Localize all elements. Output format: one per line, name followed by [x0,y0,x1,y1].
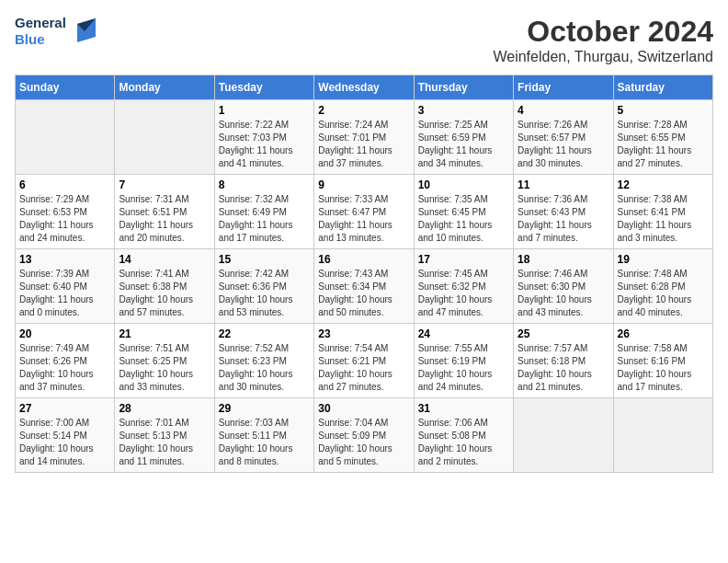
day-number: 13 [19,253,110,266]
day-number: 16 [318,253,409,266]
day-number: 24 [418,327,509,340]
day-detail: Sunrise: 7:29 AM Sunset: 6:53 PM Dayligh… [19,193,110,245]
month-title: October 2024 [493,15,713,49]
day-detail: Sunrise: 7:04 AM Sunset: 5:09 PM Dayligh… [318,417,409,468]
day-detail: Sunrise: 7:39 AM Sunset: 6:40 PM Dayligh… [19,268,110,319]
week-row-3: 13Sunrise: 7:39 AM Sunset: 6:40 PM Dayli… [16,249,713,324]
week-row-4: 20Sunrise: 7:49 AM Sunset: 6:26 PM Dayli… [16,324,713,398]
weekday-tuesday: Tuesday [214,75,313,100]
title-area: October 2024 Weinfelden, Thurgau, Switze… [493,15,713,65]
calendar-table: SundayMondayTuesdayWednesdayThursdayFrid… [15,75,713,473]
day-detail: Sunrise: 7:54 AM Sunset: 6:21 PM Dayligh… [318,342,409,394]
day-cell: 7Sunrise: 7:31 AM Sunset: 6:51 PM Daylig… [115,175,214,249]
day-cell: 17Sunrise: 7:45 AM Sunset: 6:32 PM Dayli… [414,249,513,324]
day-cell: 28Sunrise: 7:01 AM Sunset: 5:13 PM Dayli… [115,398,214,473]
weekday-monday: Monday [115,75,214,100]
day-number: 30 [318,402,409,415]
calendar-body: 1Sunrise: 7:22 AM Sunset: 7:03 PM Daylig… [16,100,713,473]
day-number: 15 [219,253,310,266]
day-detail: Sunrise: 7:06 AM Sunset: 5:08 PM Dayligh… [418,417,509,468]
day-cell: 8Sunrise: 7:32 AM Sunset: 6:49 PM Daylig… [214,175,313,249]
week-row-2: 6Sunrise: 7:29 AM Sunset: 6:53 PM Daylig… [16,175,713,249]
day-number: 1 [219,104,310,117]
day-detail: Sunrise: 7:22 AM Sunset: 7:03 PM Dayligh… [219,119,310,170]
day-number: 20 [19,327,110,340]
day-number: 4 [518,104,609,117]
day-detail: Sunrise: 7:01 AM Sunset: 5:13 PM Dayligh… [119,417,210,468]
logo-general: General [15,15,66,31]
day-cell: 2Sunrise: 7:24 AM Sunset: 7:01 PM Daylig… [314,100,414,175]
day-cell: 22Sunrise: 7:52 AM Sunset: 6:23 PM Dayli… [214,324,313,398]
day-cell: 5Sunrise: 7:28 AM Sunset: 6:55 PM Daylig… [613,100,712,175]
day-number: 2 [318,104,409,117]
location: Weinfelden, Thurgau, Switzerland [493,49,713,65]
day-cell: 1Sunrise: 7:22 AM Sunset: 7:03 PM Daylig… [214,100,313,175]
day-number: 22 [219,327,310,340]
week-row-5: 27Sunrise: 7:00 AM Sunset: 5:14 PM Dayli… [16,398,713,473]
day-number: 5 [618,104,709,117]
day-detail: Sunrise: 7:46 AM Sunset: 6:30 PM Dayligh… [518,268,609,319]
day-detail: Sunrise: 7:52 AM Sunset: 6:23 PM Dayligh… [219,342,310,394]
day-detail: Sunrise: 7:42 AM Sunset: 6:36 PM Dayligh… [219,268,310,319]
day-detail: Sunrise: 7:43 AM Sunset: 6:34 PM Dayligh… [318,268,409,319]
day-cell: 10Sunrise: 7:35 AM Sunset: 6:45 PM Dayli… [414,175,513,249]
day-number: 6 [19,178,110,191]
day-cell: 30Sunrise: 7:04 AM Sunset: 5:09 PM Dayli… [314,398,414,473]
day-detail: Sunrise: 7:35 AM Sunset: 6:45 PM Dayligh… [418,193,509,245]
day-number: 12 [618,178,709,191]
day-detail: Sunrise: 7:45 AM Sunset: 6:32 PM Dayligh… [418,268,509,319]
day-cell: 13Sunrise: 7:39 AM Sunset: 6:40 PM Dayli… [16,249,115,324]
day-number: 7 [119,178,210,191]
weekday-friday: Friday [514,75,613,100]
day-cell: 4Sunrise: 7:26 AM Sunset: 6:57 PM Daylig… [514,100,613,175]
day-number: 25 [518,327,609,340]
logo-icon [70,17,99,46]
day-cell: 18Sunrise: 7:46 AM Sunset: 6:30 PM Dayli… [514,249,613,324]
day-cell: 16Sunrise: 7:43 AM Sunset: 6:34 PM Dayli… [314,249,414,324]
day-detail: Sunrise: 7:25 AM Sunset: 6:59 PM Dayligh… [418,119,509,170]
day-cell: 31Sunrise: 7:06 AM Sunset: 5:08 PM Dayli… [414,398,513,473]
day-number: 27 [19,402,110,415]
day-cell: 21Sunrise: 7:51 AM Sunset: 6:25 PM Dayli… [115,324,214,398]
day-number: 10 [418,178,509,191]
weekday-saturday: Saturday [613,75,712,100]
day-number: 28 [119,402,210,415]
day-cell: 20Sunrise: 7:49 AM Sunset: 6:26 PM Dayli… [16,324,115,398]
day-detail: Sunrise: 7:49 AM Sunset: 6:26 PM Dayligh… [19,342,110,394]
day-cell: 9Sunrise: 7:33 AM Sunset: 6:47 PM Daylig… [314,175,414,249]
day-cell: 14Sunrise: 7:41 AM Sunset: 6:38 PM Dayli… [115,249,214,324]
day-cell: 6Sunrise: 7:29 AM Sunset: 6:53 PM Daylig… [16,175,115,249]
day-cell [115,100,214,175]
day-detail: Sunrise: 7:51 AM Sunset: 6:25 PM Dayligh… [119,342,210,394]
logo-blue: Blue [15,31,66,48]
day-cell: 12Sunrise: 7:38 AM Sunset: 6:41 PM Dayli… [613,175,712,249]
day-detail: Sunrise: 7:57 AM Sunset: 6:18 PM Dayligh… [518,342,609,394]
day-number: 23 [318,327,409,340]
day-detail: Sunrise: 7:58 AM Sunset: 6:16 PM Dayligh… [618,342,709,394]
day-detail: Sunrise: 7:31 AM Sunset: 6:51 PM Dayligh… [119,193,210,245]
day-detail: Sunrise: 7:33 AM Sunset: 6:47 PM Dayligh… [318,193,409,245]
day-detail: Sunrise: 7:38 AM Sunset: 6:41 PM Dayligh… [618,193,709,245]
day-detail: Sunrise: 7:36 AM Sunset: 6:43 PM Dayligh… [518,193,609,245]
day-number: 26 [618,327,709,340]
day-cell: 19Sunrise: 7:48 AM Sunset: 6:28 PM Dayli… [613,249,712,324]
day-cell [16,100,115,175]
day-detail: Sunrise: 7:24 AM Sunset: 7:01 PM Dayligh… [318,119,409,170]
day-cell: 29Sunrise: 7:03 AM Sunset: 5:11 PM Dayli… [214,398,313,473]
logo-text: General Blue [15,15,66,48]
day-detail: Sunrise: 7:48 AM Sunset: 6:28 PM Dayligh… [618,268,709,319]
day-number: 29 [219,402,310,415]
day-detail: Sunrise: 7:55 AM Sunset: 6:19 PM Dayligh… [418,342,509,394]
day-cell [514,398,613,473]
day-cell: 25Sunrise: 7:57 AM Sunset: 6:18 PM Dayli… [514,324,613,398]
weekday-header-row: SundayMondayTuesdayWednesdayThursdayFrid… [16,75,713,100]
day-number: 31 [418,402,509,415]
day-number: 3 [418,104,509,117]
day-number: 17 [418,253,509,266]
weekday-thursday: Thursday [414,75,513,100]
day-detail: Sunrise: 7:26 AM Sunset: 6:57 PM Dayligh… [518,119,609,170]
day-number: 14 [119,253,210,266]
day-detail: Sunrise: 7:00 AM Sunset: 5:14 PM Dayligh… [19,417,110,468]
day-number: 18 [518,253,609,266]
day-detail: Sunrise: 7:32 AM Sunset: 6:49 PM Dayligh… [219,193,310,245]
